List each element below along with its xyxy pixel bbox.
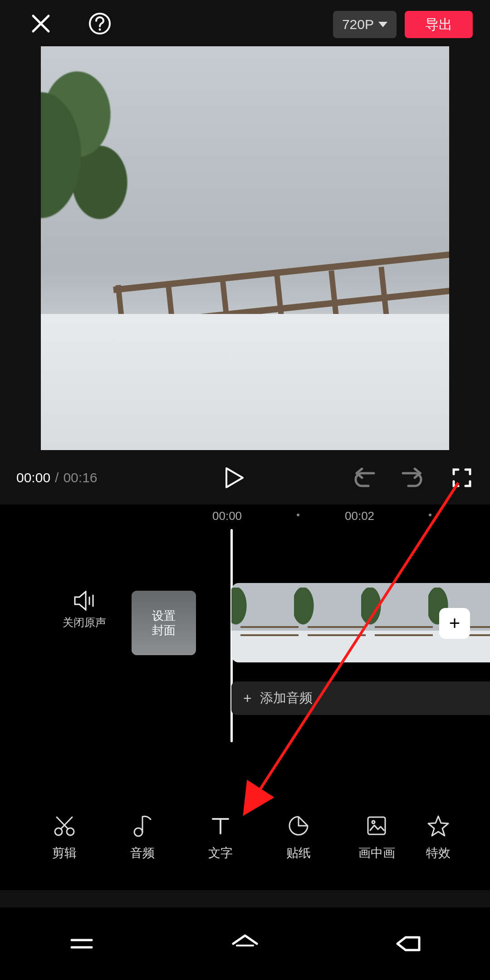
- mute-original-sound-button[interactable]: 关闭原声: [57, 591, 112, 630]
- music-note-icon: [130, 813, 155, 838]
- undo-button[interactable]: [354, 468, 377, 488]
- help-icon: [88, 12, 112, 35]
- preview-area: [0, 44, 490, 450]
- svg-point-1: [99, 29, 101, 31]
- cover-label: 设置 封面: [152, 608, 176, 638]
- export-button[interactable]: 导出: [405, 11, 473, 38]
- resolution-label: 720P: [342, 17, 374, 32]
- close-button[interactable]: [27, 10, 54, 37]
- add-audio-label: 添加音频: [260, 689, 313, 707]
- tool-pip[interactable]: 画中画: [338, 813, 416, 861]
- fullscreen-icon: [452, 468, 472, 488]
- nav-menu-button[interactable]: [0, 935, 163, 953]
- resolution-selector[interactable]: 720P: [333, 11, 397, 38]
- home-icon: [230, 933, 260, 955]
- timeline-section: 00:00 00:02 关闭原声 设置 封面 +: [0, 505, 490, 890]
- ruler-tick: 00:02: [345, 509, 374, 523]
- tool-sticker[interactable]: 贴纸: [260, 813, 338, 861]
- play-button[interactable]: [225, 466, 245, 489]
- top-bar: 720P 导出: [0, 0, 490, 44]
- add-audio-button[interactable]: + 添加音频: [231, 681, 490, 715]
- tool-text[interactable]: 文字: [181, 813, 260, 861]
- tool-label: 剪辑: [52, 845, 77, 861]
- audio-track-row: + 添加音频: [0, 681, 490, 720]
- nav-back-button[interactable]: [327, 934, 490, 954]
- speaker-icon: [73, 591, 96, 611]
- system-nav-bar: [0, 907, 490, 980]
- video-track-row: 关闭原声 设置 封面 +: [0, 595, 490, 668]
- ruler-dot: [297, 514, 299, 516]
- playback-bar: 00:00 / 00:16: [0, 457, 490, 498]
- ruler-tick: 00:00: [212, 509, 242, 523]
- tool-bar: 剪辑 音频 文字 贴纸 画中画: [0, 813, 490, 861]
- help-button[interactable]: [86, 10, 113, 37]
- tool-label: 画中画: [358, 845, 395, 861]
- image-in-image-icon: [364, 813, 389, 838]
- chevron-down-icon: [378, 22, 387, 27]
- star-icon: [426, 813, 451, 838]
- play-icon: [225, 466, 245, 489]
- time-separator: /: [55, 470, 59, 485]
- text-icon: [208, 813, 233, 838]
- tool-label: 音频: [130, 845, 155, 861]
- tool-label: 贴纸: [286, 845, 311, 861]
- add-clip-button[interactable]: +: [439, 608, 470, 639]
- close-icon: [30, 13, 51, 34]
- timeline-ruler[interactable]: 00:00 00:02: [0, 505, 490, 528]
- mute-label: 关闭原声: [63, 615, 106, 630]
- video-preview[interactable]: [41, 46, 449, 450]
- svg-point-6: [372, 821, 375, 823]
- menu-icon: [69, 935, 94, 953]
- export-label: 导出: [425, 15, 452, 34]
- tool-cut[interactable]: 剪辑: [25, 813, 103, 861]
- set-cover-button[interactable]: 设置 封面: [132, 591, 196, 655]
- tool-label: 文字: [208, 845, 233, 861]
- tool-audio[interactable]: 音频: [103, 813, 181, 861]
- undo-icon: [354, 468, 377, 488]
- back-icon: [395, 934, 422, 954]
- svg-rect-5: [368, 817, 385, 834]
- plus-icon: +: [243, 690, 252, 707]
- tool-label: 特效: [426, 845, 451, 861]
- fullscreen-button[interactable]: [452, 468, 472, 488]
- nav-home-button[interactable]: [163, 933, 327, 955]
- svg-point-4: [134, 828, 142, 836]
- plus-icon: +: [449, 612, 461, 634]
- tool-effect[interactable]: 特效: [416, 813, 461, 861]
- clip-thumbnail[interactable]: [366, 583, 433, 662]
- time-current: 00:00: [16, 470, 50, 485]
- scissors-icon: [52, 813, 77, 838]
- redo-icon: [400, 468, 423, 488]
- clip-thumbnail[interactable]: [231, 583, 299, 662]
- preview-foreground: [41, 64, 150, 309]
- sticker-icon: [286, 813, 311, 838]
- time-total: 00:16: [63, 470, 97, 485]
- preview-foreground: [41, 314, 449, 450]
- ruler-dot: [429, 514, 431, 516]
- redo-button[interactable]: [400, 468, 423, 488]
- clip-thumbnail[interactable]: [299, 583, 366, 662]
